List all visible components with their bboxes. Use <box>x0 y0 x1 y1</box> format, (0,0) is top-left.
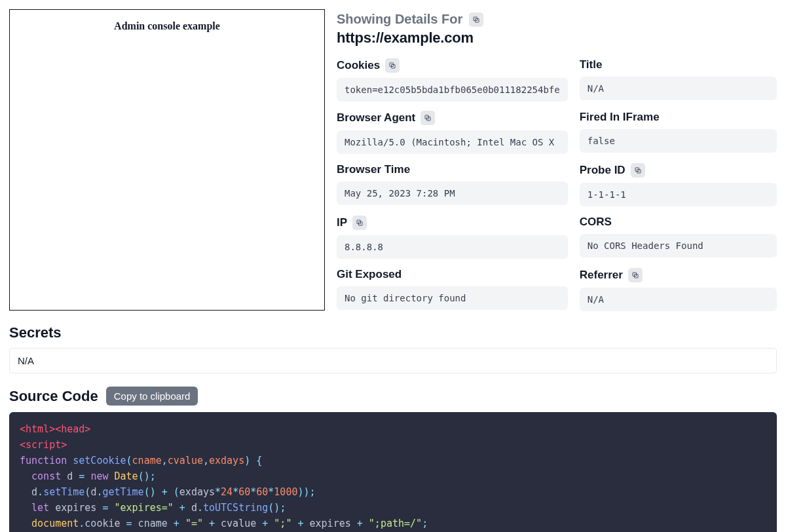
site-preview-frame: Admin console example <box>9 9 325 311</box>
copy-browser-agent-button[interactable] <box>421 111 435 125</box>
showing-details-label: Showing Details For <box>337 12 462 27</box>
source-code-block: <html><head> <script> function setCookie… <box>9 412 777 532</box>
details-panel: Showing Details For https://example.com … <box>337 9 777 311</box>
referrer-value: N/A <box>580 288 777 311</box>
browser-agent-label: Browser Agent <box>337 111 415 124</box>
fired-iframe-value: false <box>580 129 777 153</box>
secrets-heading: Secrets <box>9 324 777 341</box>
secrets-value: N/A <box>9 348 777 373</box>
copy-url-button[interactable] <box>469 12 483 27</box>
probe-id-value: 1-1-1-1 <box>580 183 777 206</box>
browser-time-label: Browser Time <box>337 163 410 176</box>
copy-cookies-button[interactable] <box>385 58 400 73</box>
field-browser-time: Browser Time May 25, 2023 7:28 PM <box>337 163 568 206</box>
cors-value: No CORS Headers Found <box>580 234 777 257</box>
field-title: Title N/A <box>580 58 777 102</box>
probe-id-label: Probe ID <box>580 164 626 177</box>
copy-icon <box>472 16 480 24</box>
source-code-heading-row: Source Code Copy to clipboard <box>9 387 777 406</box>
preview-title: Admin console example <box>15 20 319 32</box>
field-referrer: Referrer N/A <box>580 268 777 311</box>
copy-referrer-button[interactable] <box>628 268 643 282</box>
field-git-exposed: Git Exposed No git directory found <box>337 268 568 311</box>
ip-label: IP <box>337 216 347 229</box>
copy-icon <box>424 114 432 122</box>
copy-icon <box>634 166 642 174</box>
referrer-label: Referrer <box>580 269 623 282</box>
title-value: N/A <box>580 77 777 100</box>
copy-icon <box>631 271 639 279</box>
browser-time-value: May 25, 2023 7:28 PM <box>337 181 568 205</box>
git-exposed-value: No git directory found <box>337 286 568 310</box>
field-cookies: Cookies token=e12c05b5bda1bfb065e0b01118… <box>337 58 568 102</box>
git-exposed-label: Git Exposed <box>337 268 402 281</box>
copy-source-button[interactable]: Copy to clipboard <box>106 387 198 406</box>
field-browser-agent: Browser Agent Mozilla/5.0 (Macintosh; In… <box>337 111 568 154</box>
field-cors: CORS No CORS Headers Found <box>580 216 777 259</box>
field-ip: IP 8.8.8.8 <box>337 216 568 259</box>
browser-agent-value: Mozilla/5.0 (Macintosh; Intel Mac OS X <box>337 130 568 154</box>
copy-ip-button[interactable] <box>352 216 367 230</box>
field-fired-iframe: Fired In IFrame false <box>580 111 777 154</box>
cors-label: CORS <box>580 216 612 229</box>
field-probe-id: Probe ID 1-1-1-1 <box>580 163 777 206</box>
copy-probe-id-button[interactable] <box>631 163 645 178</box>
cookies-label: Cookies <box>337 59 380 72</box>
title-label: Title <box>580 58 603 71</box>
copy-icon <box>356 219 364 227</box>
cookies-value: token=e12c05b5bda1bfb065e0b011182254bfe <box>337 78 568 102</box>
ip-value: 8.8.8.8 <box>337 235 568 259</box>
fired-iframe-label: Fired In IFrame <box>580 111 660 124</box>
target-url: https://example.com <box>337 29 777 47</box>
source-code-heading: Source Code <box>9 388 98 405</box>
copy-icon <box>388 62 396 69</box>
